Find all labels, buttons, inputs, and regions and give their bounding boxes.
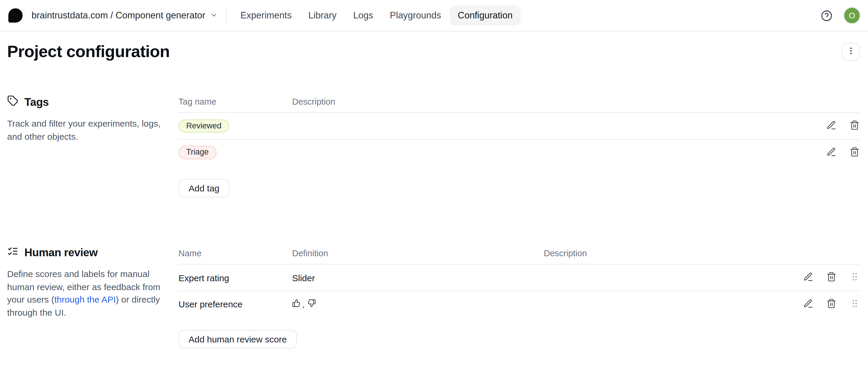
- chevron-down-icon: [210, 10, 218, 21]
- delete-tag-button[interactable]: [849, 121, 860, 131]
- human-review-section-heading: Human review: [7, 245, 166, 260]
- pencil-icon: [803, 272, 813, 283]
- human-review-heading-label: Human review: [24, 246, 98, 259]
- pencil-icon: [803, 298, 813, 310]
- add-tag-button[interactable]: Add tag: [179, 179, 229, 197]
- drag-handle[interactable]: [849, 272, 860, 283]
- score-definition-cell: ,: [292, 299, 544, 309]
- delete-tag-button[interactable]: [849, 147, 860, 158]
- human-review-section-side: Human review Define scores and labels fo…: [7, 242, 179, 319]
- tags-section-side: Tags Track and filter your experiments, …: [7, 90, 179, 143]
- edit-tag-button[interactable]: [826, 121, 836, 131]
- tags-table-header: Tag name Description: [179, 90, 860, 113]
- thumbs-down-icon: [308, 299, 316, 309]
- breadcrumb[interactable]: braintrustdata.com / Component generator: [32, 10, 218, 21]
- tab-experiments[interactable]: Experiments: [232, 5, 299, 26]
- kebab-menu-icon: [846, 46, 855, 57]
- page-header: Project configuration: [0, 32, 868, 61]
- trash-icon: [826, 298, 836, 310]
- through-the-api-link[interactable]: through the API: [54, 294, 116, 304]
- trash-icon: [849, 120, 859, 132]
- definition-separator: ,: [302, 299, 305, 309]
- grip-vertical-icon: [849, 298, 859, 310]
- tab-library[interactable]: Library: [301, 5, 344, 26]
- human-review-table-header: Name Definition Description: [179, 242, 860, 265]
- app-root: braintrustdata.com / Component generator…: [0, 0, 868, 368]
- edit-tag-button[interactable]: [826, 147, 836, 158]
- score-name-cell: User preference: [179, 299, 292, 309]
- tags-col-tag-name: Tag name: [179, 97, 292, 106]
- tab-logs[interactable]: Logs: [345, 5, 381, 26]
- page-content: Tags Track and filter your experiments, …: [0, 90, 868, 348]
- page-title: Project configuration: [7, 43, 860, 61]
- row-actions: [803, 272, 860, 283]
- hr-col-name: Name: [179, 248, 292, 258]
- pencil-icon: [826, 146, 836, 159]
- row-actions: [826, 147, 860, 158]
- navbar-divider: [226, 8, 227, 23]
- hr-col-description: Description: [544, 248, 860, 258]
- tags-table: Tag name Description Reviewed: [179, 90, 860, 197]
- delete-score-button[interactable]: [826, 272, 836, 283]
- table-row-expert-rating: Expert rating Slider: [179, 265, 860, 291]
- tags-section-heading: Tags: [7, 95, 166, 109]
- edit-score-button[interactable]: [803, 272, 813, 283]
- score-name-cell: Expert rating: [179, 273, 292, 283]
- braintrust-logo: [8, 8, 23, 23]
- trash-icon: [849, 146, 859, 159]
- table-row-tag-reviewed: Reviewed: [179, 113, 860, 139]
- help-circle-icon[interactable]: [820, 9, 833, 22]
- score-definition-cell: Slider: [292, 273, 544, 283]
- tag-icon: [7, 95, 19, 109]
- tab-playgrounds[interactable]: Playgrounds: [382, 5, 449, 26]
- thumbs-up-icon: [292, 299, 301, 309]
- tag-badge-reviewed: Reviewed: [179, 120, 229, 133]
- page-menu-button[interactable]: [842, 43, 860, 61]
- human-review-section-description: Define scores and labels for manual huma…: [7, 268, 166, 319]
- add-human-review-score-button[interactable]: Add human review score: [179, 330, 297, 348]
- drag-handle[interactable]: [849, 299, 860, 309]
- breadcrumb-label: braintrustdata.com / Component generator: [32, 10, 205, 21]
- pencil-icon: [826, 120, 836, 132]
- row-actions: [826, 121, 860, 131]
- tags-col-description: Description: [292, 97, 860, 106]
- tags-section-description: Track and filter your experiments, logs,…: [7, 117, 166, 143]
- human-review-section: Human review Define scores and labels fo…: [7, 242, 860, 348]
- delete-score-button[interactable]: [826, 299, 836, 309]
- human-review-table: Name Definition Description Expert ratin…: [179, 242, 860, 348]
- tag-badge-triage: Triage: [179, 146, 217, 159]
- edit-score-button[interactable]: [803, 299, 813, 309]
- grip-vertical-icon: [849, 272, 859, 283]
- avatar-initial: O: [849, 11, 855, 20]
- tags-heading-label: Tags: [24, 96, 49, 109]
- list-checks-icon: [7, 245, 19, 260]
- table-row-user-preference: User preference ,: [179, 291, 860, 317]
- table-row-tag-triage: Triage: [179, 139, 860, 165]
- tab-configuration[interactable]: Configuration: [450, 5, 520, 26]
- trash-icon: [826, 272, 836, 283]
- top-navbar: braintrustdata.com / Component generator…: [0, 0, 868, 32]
- hr-col-definition: Definition: [292, 248, 544, 258]
- project-tabs: Experiments Library Logs Playgrounds Con…: [232, 5, 520, 26]
- row-actions: [803, 299, 860, 309]
- tags-section: Tags Track and filter your experiments, …: [7, 90, 860, 197]
- avatar[interactable]: O: [844, 8, 860, 23]
